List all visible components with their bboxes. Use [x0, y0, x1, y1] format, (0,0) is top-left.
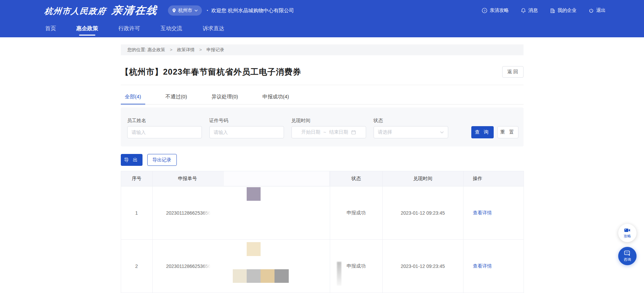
- header-menu: ? 亲清攻略 消息 我的企业 退出: [470, 0, 606, 21]
- start-date-placeholder: 开始日期: [301, 129, 320, 135]
- tab-rejected[interactable]: 不通过(0): [162, 85, 191, 104]
- row-order-no: 20230112866253656: [152, 187, 330, 240]
- city-selector[interactable]: 杭州市: [168, 5, 202, 16]
- table-row: 2 20230112866253656 申报成功 2023-01-12 09:2…: [121, 240, 524, 293]
- view-detail-link[interactable]: 查看详情: [473, 210, 492, 215]
- chevron-down-icon: [194, 9, 198, 12]
- field-id-number: 证件号码: [209, 118, 284, 146]
- logo-platform-text: 亲清在线: [111, 3, 158, 18]
- table-row: 1 20230112866253656 申报成功 2023-01-12 09:2…: [121, 187, 524, 240]
- logo-government-text: 杭州市人民政府: [44, 6, 107, 17]
- breadcrumb-prefix: 您的位置:: [128, 47, 147, 52]
- title-row: 【杭州市】2023年春节留杭省外员工电子消费券 返 回: [121, 66, 524, 78]
- view-detail-link[interactable]: 查看详情: [473, 263, 492, 269]
- employee-name-input[interactable]: [127, 126, 202, 138]
- floating-guide-label: 攻略: [624, 234, 631, 239]
- nav-item-home[interactable]: 首页: [45, 21, 56, 37]
- floating-guide-button[interactable]: 攻略: [618, 224, 637, 242]
- date-range-separator: ~: [323, 130, 326, 135]
- filter-panel: 员工姓名 证件号码 兑现时间 开始日期 ~ 结束日期 状态 请选择: [121, 108, 524, 146]
- nav-item-interaction[interactable]: 互动交流: [160, 21, 182, 37]
- breadcrumb-item-records: 申报记录: [206, 47, 224, 52]
- tab-objection[interactable]: 异议处理(0): [207, 85, 242, 104]
- row-redeem-time: 2023-01-12 09:23:45: [382, 187, 463, 240]
- field-employee-name: 员工姓名: [127, 118, 202, 146]
- breadcrumb-item-policy[interactable]: 惠企政策: [148, 47, 165, 52]
- field-redeem-time: 兑现时间 开始日期 ~ 结束日期: [291, 118, 366, 146]
- site-header: 杭州市人民政府 亲清在线 杭州市 · 欢迎您 杭州水晶城购物中心有限公司 ? 亲…: [0, 0, 644, 37]
- location-pin-icon: [172, 8, 176, 13]
- reset-button[interactable]: 重 置: [497, 126, 518, 138]
- status-select[interactable]: 请选择: [374, 126, 448, 138]
- row-order-no: 20230112866253656: [152, 240, 330, 293]
- menu-item-label: 消息: [528, 7, 538, 14]
- row-status: 申报成功: [330, 240, 382, 293]
- records-table-wrap: 序号 申报单号 状态 兑现时间 操作 1 20230112866253656 申…: [121, 171, 524, 293]
- row-index: 2: [121, 240, 152, 293]
- nav-item-administrative-license[interactable]: 行政许可: [118, 21, 140, 37]
- employee-name-label: 员工姓名: [127, 118, 202, 123]
- row-redeem-time: 2023-01-12 09:23:45: [382, 240, 463, 293]
- row-index: 1: [121, 187, 152, 240]
- table-header-row: 序号 申报单号 状态 兑现时间 操作: [121, 171, 524, 187]
- column-header-action: 操作: [463, 171, 524, 187]
- tab-success[interactable]: 申报成功(4): [259, 85, 293, 104]
- search-button[interactable]: 查 询: [471, 126, 494, 138]
- export-toolbar: 导 出 导出记录: [121, 154, 524, 166]
- welcome-text: 欢迎您 杭州水晶城购物中心有限公司: [211, 7, 294, 14]
- column-header-order: 申报单号: [152, 171, 330, 187]
- menu-item-my-enterprise[interactable]: 我的企业: [550, 7, 576, 14]
- breadcrumb-separator: >: [199, 47, 202, 52]
- records-table: 序号 申报单号 状态 兑现时间 操作 1 20230112866253656 申…: [121, 171, 524, 293]
- city-selector-label: 杭州市: [178, 7, 192, 14]
- status-select-placeholder: 请选择: [378, 129, 392, 135]
- power-icon: [589, 8, 594, 13]
- menu-item-label: 我的企业: [557, 7, 576, 14]
- page-title: 【杭州市】2023年春节留杭省外员工电子消费券: [121, 66, 301, 77]
- id-number-label: 证件号码: [209, 118, 284, 123]
- menu-item-messages[interactable]: 消息: [521, 7, 538, 14]
- menu-item-guide[interactable]: ? 亲清攻略: [482, 7, 509, 14]
- floating-consult-button[interactable]: 咨询: [618, 247, 637, 265]
- breadcrumb: 您的位置: 惠企政策 > 政策详情 > 申报记录: [121, 44, 524, 55]
- select-arrow-icon: [440, 131, 444, 134]
- id-number-input[interactable]: [209, 126, 284, 138]
- video-icon: [624, 228, 631, 233]
- record-tabs: 全部(4) 不通过(0) 异议处理(0) 申报成功(4): [121, 85, 524, 104]
- calendar-icon: [351, 130, 356, 135]
- column-header-status: 状态: [330, 171, 382, 187]
- redeem-time-range-picker[interactable]: 开始日期 ~ 结束日期: [291, 126, 366, 138]
- site-logo[interactable]: 杭州市人民政府 亲清在线: [44, 3, 158, 18]
- filter-actions: 查 询 重 置: [471, 126, 518, 146]
- export-record-button[interactable]: 导出记录: [147, 154, 177, 166]
- chat-icon: [624, 250, 631, 256]
- column-header-index: 序号: [121, 171, 152, 187]
- welcome-separator: ·: [207, 7, 208, 14]
- question-circle-icon: ?: [482, 8, 487, 13]
- svg-text:?: ?: [484, 9, 485, 13]
- row-actions: 查看详情: [463, 240, 524, 293]
- floating-consult-label: 咨询: [624, 257, 631, 262]
- building-icon: [550, 8, 555, 13]
- main-content: 您的位置: 惠企政策 > 政策详情 > 申报记录 【杭州市】2023年春节留杭省…: [121, 44, 524, 293]
- main-nav: 首页 惠企政策 行政许可 互动交流 诉求直达: [0, 21, 644, 37]
- menu-item-logout[interactable]: 退出: [589, 7, 606, 14]
- redeem-time-label: 兑现时间: [291, 118, 366, 123]
- breadcrumb-item-policy-detail[interactable]: 政策详情: [177, 47, 195, 52]
- status-label: 状态: [374, 118, 448, 123]
- nav-item-enterprise-policy[interactable]: 惠企政策: [76, 21, 98, 37]
- column-header-time: 兑现时间: [382, 171, 463, 187]
- end-date-placeholder: 结束日期: [329, 129, 348, 135]
- menu-item-label: 退出: [596, 7, 606, 14]
- bell-icon: [521, 8, 526, 13]
- field-status: 状态 请选择: [374, 118, 448, 146]
- row-status: 申报成功: [330, 187, 382, 240]
- header-top-row: 杭州市人民政府 亲清在线 杭州市 · 欢迎您 杭州水晶城购物中心有限公司 ? 亲…: [0, 0, 644, 21]
- menu-item-label: 亲清攻略: [490, 7, 509, 14]
- row-actions: 查看详情: [463, 187, 524, 240]
- back-button[interactable]: 返 回: [502, 66, 524, 78]
- breadcrumb-separator: >: [170, 47, 172, 52]
- tab-all[interactable]: 全部(4): [121, 85, 145, 104]
- export-button[interactable]: 导 出: [121, 154, 143, 166]
- nav-item-appeal[interactable]: 诉求直达: [203, 21, 224, 37]
